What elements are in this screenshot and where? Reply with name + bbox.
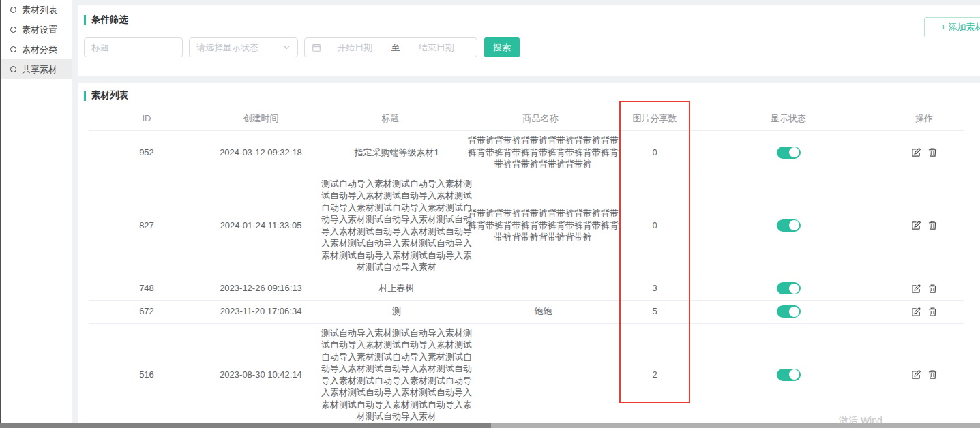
cell-created: 2024-01-24 11:33:05: [205, 216, 317, 235]
table-title-text: 素材列表: [91, 89, 128, 102]
sidebar-item-material-list[interactable]: 素材列表: [1, 0, 72, 20]
edit-icon[interactable]: [911, 284, 921, 294]
sidebar-item-shared-material[interactable]: 共享素材: [1, 59, 72, 79]
edit-icon[interactable]: [911, 369, 921, 380]
date-to-label: 至: [389, 42, 403, 54]
display-status-toggle[interactable]: [777, 305, 801, 318]
col-header-actions: 操作: [885, 109, 964, 128]
cell-shares: 2: [617, 365, 692, 384]
cell-created: 2023-12-26 09:16:13: [205, 279, 317, 298]
cell-created: 2023-11-20 17:06:34: [205, 302, 317, 321]
title-filter-input[interactable]: [84, 37, 183, 57]
table-row: 748 2023-12-26 09:16:13 村上春树 3: [89, 277, 964, 301]
cell-id: 748: [89, 279, 205, 298]
search-button[interactable]: 搜索: [484, 37, 520, 57]
sidebar-item-label: 素材分类: [22, 44, 57, 56]
col-header-title: 标题: [317, 109, 464, 128]
section-accent-bar: [84, 15, 86, 25]
col-header-shares: 图片分享数: [617, 109, 692, 128]
sidebar-item-label: 共享素材: [22, 63, 57, 76]
calendar-icon: [312, 43, 321, 52]
chevron-down-icon: [283, 44, 291, 51]
end-date-input[interactable]: 结束日期: [403, 42, 471, 54]
filter-card: 条件筛选 请选择显示状态 开始日期 至 结束日期 搜索: [78, 5, 980, 76]
edit-icon[interactable]: [911, 147, 921, 157]
cell-title: 测: [320, 305, 473, 318]
circle-icon: [10, 66, 16, 72]
display-status-toggle[interactable]: [777, 147, 801, 159]
section-accent-bar: [84, 91, 86, 101]
circle-icon: [10, 46, 16, 52]
sidebar-item-label: 素材列表: [22, 4, 57, 16]
table-row: 672 2023-11-20 17:06:34 测 饱饱 5: [89, 301, 964, 324]
col-header-product: 商品名称: [464, 109, 617, 128]
cell-product: 饱饱: [466, 305, 620, 318]
delete-icon[interactable]: [927, 147, 938, 157]
cell-title: 测试自动导入素材测试自动导入素材测试自动导入素材测试自动导入素材测试自动导入素材…: [320, 178, 473, 273]
table-header-row: ID 创建时间 标题 商品名称 图片分享数 显示状态 操作: [89, 107, 964, 131]
material-list-card: 素材列表 ID 创建时间 标题 商品名称 图片分享数 显示状态 操作 952 2…: [78, 83, 980, 428]
col-header-created: 创建时间: [205, 109, 317, 128]
delete-icon[interactable]: [927, 307, 938, 317]
cell-shares: 3: [617, 279, 692, 298]
window-left-edge: [0, 0, 1, 428]
cell-id: 672: [89, 302, 205, 321]
cell-id: 952: [89, 143, 205, 162]
cell-created: 2024-03-12 09:32:18: [205, 143, 317, 162]
cell-title: 村上春树: [320, 282, 473, 294]
start-date-input[interactable]: 开始日期: [321, 42, 389, 54]
date-range-picker[interactable]: 开始日期 至 结束日期: [304, 37, 477, 57]
display-status-toggle[interactable]: [777, 282, 801, 294]
col-header-id: ID: [89, 109, 205, 128]
sidebar-item-material-category[interactable]: 素材分类: [1, 40, 72, 59]
scrollbar-thumb[interactable]: [0, 423, 491, 428]
cell-title: 指定采购端等级素材1: [320, 147, 473, 159]
filter-title-text: 条件筛选: [91, 14, 128, 26]
display-status-toggle[interactable]: [777, 369, 801, 381]
cell-shares: 0: [617, 216, 692, 235]
cell-product: 背带裤背带裤背带裤背带裤背带裤背带裤背带裤背带裤背带裤背带裤背带裤背带裤背带裤背…: [466, 134, 620, 170]
sidebar-item-label: 素材设置: [22, 24, 57, 36]
cell-shares: 5: [617, 302, 692, 321]
display-status-toggle[interactable]: [777, 219, 801, 232]
table-row: 516 2023-08-30 10:42:14 测试自动导入素材测试自动导入素材…: [89, 324, 964, 427]
cell-created: 2023-08-30 10:42:14: [205, 365, 317, 384]
filter-section-title: 条件筛选: [78, 5, 980, 26]
display-status-select[interactable]: 请选择显示状态: [189, 37, 298, 57]
delete-icon[interactable]: [927, 369, 938, 380]
cell-id: 516: [89, 365, 205, 384]
select-placeholder: 请选择显示状态: [196, 42, 258, 54]
cell-id: 827: [89, 216, 205, 235]
horizontal-scrollbar[interactable]: [0, 423, 980, 428]
delete-icon[interactable]: [927, 284, 938, 294]
sidebar: 素材列表 素材设置 素材分类 共享素材: [1, 0, 72, 423]
table-row: 952 2024-03-12 09:32:18 指定采购端等级素材1 背带裤背带…: [89, 131, 964, 174]
cell-product: 背带裤背带裤背带裤背带裤背带裤背带裤背带裤背带裤背带裤背带裤背带裤背带裤背带裤背…: [466, 207, 620, 243]
edit-icon[interactable]: [911, 220, 921, 230]
table-row: 827 2024-01-24 11:33:05 测试自动导入素材测试自动导入素材…: [89, 174, 964, 277]
cell-shares: 0: [617, 143, 692, 162]
sidebar-item-material-settings[interactable]: 素材设置: [1, 20, 72, 40]
add-material-button[interactable]: + 添加素材: [924, 17, 980, 37]
table-section-title: 素材列表: [78, 83, 980, 102]
circle-icon: [10, 7, 16, 13]
circle-icon: [10, 27, 16, 33]
delete-icon[interactable]: [927, 220, 938, 230]
col-header-status: 显示状态: [692, 109, 885, 128]
edit-icon[interactable]: [911, 307, 921, 317]
cell-title: 测试自动导入素材测试自动导入素材测试自动导入素材测试自动导入素材测试自动导入素材…: [320, 327, 473, 423]
material-table: ID 创建时间 标题 商品名称 图片分享数 显示状态 操作 952 2024-0…: [89, 107, 964, 427]
